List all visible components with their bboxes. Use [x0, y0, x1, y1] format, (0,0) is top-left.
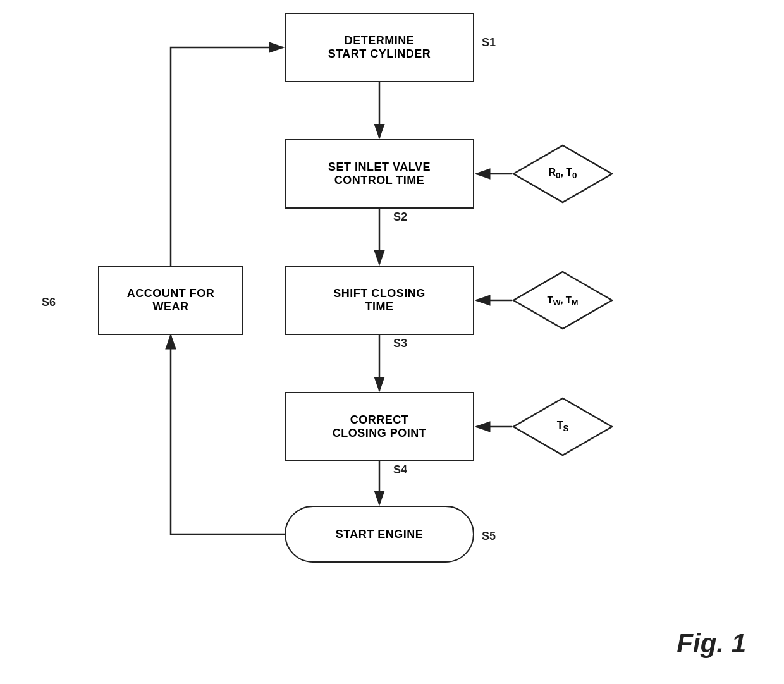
diamond-d2: TW, TM: [512, 271, 613, 330]
box-s6-label: ACCOUNT FORWEAR: [127, 287, 215, 314]
step-label-s1: S1: [482, 36, 496, 49]
diamond-d3-label: TS: [557, 420, 569, 433]
box-s5-label: START ENGINE: [336, 528, 424, 541]
box-s3: SHIFT CLOSINGTIME: [285, 266, 474, 335]
step-label-s5: S5: [482, 530, 496, 543]
box-s4: CORRECTCLOSING POINT: [285, 392, 474, 461]
arrows-svg: [0, 0, 784, 684]
box-s1-label: DETERMINESTART CYLINDER: [328, 34, 431, 61]
diamond-d1: R0, T0: [512, 144, 613, 204]
box-s3-label: SHIFT CLOSINGTIME: [333, 287, 426, 314]
box-s5: START ENGINE: [285, 506, 474, 563]
step-label-s2: S2: [393, 211, 407, 224]
box-s6: ACCOUNT FORWEAR: [98, 266, 243, 335]
step-label-s3: S3: [393, 337, 407, 350]
diagram-container: DETERMINESTART CYLINDER S1 SET INLET VAL…: [0, 0, 784, 684]
diamond-d2-label: TW, TM: [548, 294, 579, 307]
box-s2: SET INLET VALVECONTROL TIME: [285, 139, 474, 209]
box-s4-label: CORRECTCLOSING POINT: [333, 413, 427, 440]
box-s1: DETERMINESTART CYLINDER: [285, 13, 474, 82]
step-label-s6: S6: [42, 296, 56, 309]
diamond-d1-label: R0, T0: [548, 167, 577, 180]
fig-label: Fig. 1: [677, 628, 746, 659]
box-s2-label: SET INLET VALVECONTROL TIME: [328, 161, 431, 187]
diamond-d3: TS: [512, 397, 613, 456]
step-label-s4: S4: [393, 463, 407, 477]
